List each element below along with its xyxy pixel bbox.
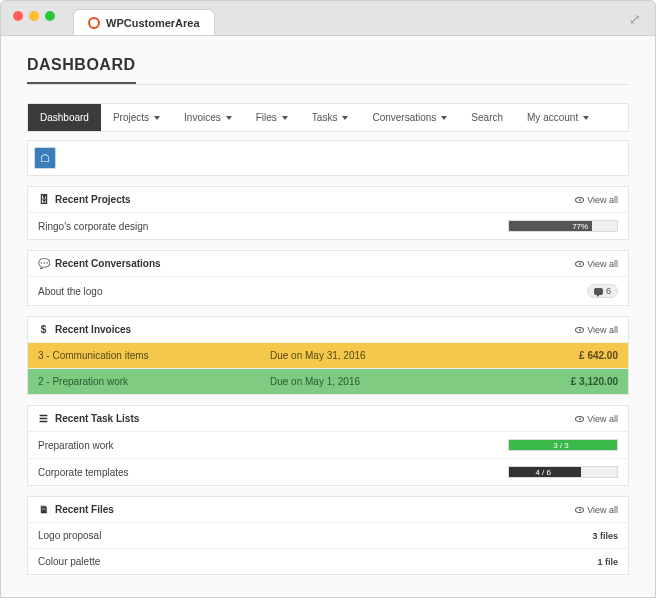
speech-icon xyxy=(594,288,603,295)
eye-icon xyxy=(575,261,584,267)
eye-icon xyxy=(575,416,584,422)
section-title: Recent Task Lists xyxy=(55,413,139,424)
page-title: DASHBOARD xyxy=(27,56,136,84)
maximize-dot-icon[interactable] xyxy=(45,11,55,21)
section-title: Recent Projects xyxy=(55,194,131,205)
message-count-badge: 6 xyxy=(587,284,618,298)
page-body: DASHBOARD Dashboard Projects Invoices Fi… xyxy=(0,36,656,598)
invoice-row[interactable]: 2 - Preparation work Due on May 1, 2016 … xyxy=(28,369,628,394)
section-title: Recent Conversations xyxy=(55,258,161,269)
tasklist-progress: 3 / 3 xyxy=(508,439,618,451)
file-count: 1 file xyxy=(597,557,618,567)
nav-my-account[interactable]: My account xyxy=(515,104,601,131)
browser-chrome: WPCustomerArea ⤢ xyxy=(0,0,656,36)
tasklist-label: Corporate templates xyxy=(38,467,508,478)
conversation-row[interactable]: About the logo 6 xyxy=(28,277,628,305)
chevron-down-icon xyxy=(583,116,589,120)
chevron-down-icon xyxy=(342,116,348,120)
file-icon: 🗎 xyxy=(38,504,49,515)
file-row[interactable]: Logo proposal 3 files xyxy=(28,523,628,549)
invoice-label: 3 - Communication items xyxy=(38,350,270,361)
close-dot-icon[interactable] xyxy=(13,11,23,21)
minimize-dot-icon[interactable] xyxy=(29,11,39,21)
invoice-amount: £ 642.00 xyxy=(473,350,618,361)
project-progress: 77% xyxy=(508,220,618,232)
view-all-conversations[interactable]: View all xyxy=(575,259,618,269)
browser-tab[interactable]: WPCustomerArea xyxy=(73,9,215,35)
tasklist-label: Preparation work xyxy=(38,440,508,451)
invoice-row[interactable]: 3 - Communication items Due on May 31, 2… xyxy=(28,343,628,369)
briefcase-icon: 🗄 xyxy=(38,194,49,205)
tab-title: WPCustomerArea xyxy=(106,17,200,29)
chevron-down-icon xyxy=(282,116,288,120)
dollar-icon: $ xyxy=(38,324,49,335)
section-title: Recent Files xyxy=(55,504,114,515)
tasklist-row[interactable]: Preparation work 3 / 3 xyxy=(28,432,628,459)
panel-recent-invoices: $ Recent Invoices View all 3 - Communica… xyxy=(27,316,629,395)
panel-recent-tasklists: ☰ Recent Task Lists View all Preparation… xyxy=(27,405,629,486)
view-all-invoices[interactable]: View all xyxy=(575,325,618,335)
list-icon: ☰ xyxy=(38,413,49,424)
eye-icon xyxy=(575,327,584,333)
panel-recent-conversations: 💬 Recent Conversations View all About th… xyxy=(27,250,629,306)
invoice-amount: £ 3,120.00 xyxy=(473,376,618,387)
nav-dashboard[interactable]: Dashboard xyxy=(28,104,101,131)
chevron-down-icon xyxy=(154,116,160,120)
file-label: Colour palette xyxy=(38,556,597,567)
nav-search[interactable]: Search xyxy=(459,104,515,131)
nav-tasks[interactable]: Tasks xyxy=(300,104,361,131)
nav-files[interactable]: Files xyxy=(244,104,300,131)
expand-icon[interactable]: ⤢ xyxy=(629,11,641,27)
file-row[interactable]: Colour palette 1 file xyxy=(28,549,628,574)
view-all-files[interactable]: View all xyxy=(575,505,618,515)
invoice-due: Due on May 31, 2016 xyxy=(270,350,473,361)
chat-icon: 💬 xyxy=(38,258,49,269)
panel-recent-files: 🗎 Recent Files View all Logo proposal 3 … xyxy=(27,496,629,575)
tasklist-progress: 4 / 6 xyxy=(508,466,618,478)
section-title: Recent Invoices xyxy=(55,324,131,335)
file-label: Logo proposal xyxy=(38,530,592,541)
view-all-projects[interactable]: View all xyxy=(575,195,618,205)
nav-invoices[interactable]: Invoices xyxy=(172,104,244,131)
invoice-label: 2 - Preparation work xyxy=(38,376,270,387)
view-all-tasklists[interactable]: View all xyxy=(575,414,618,424)
chevron-down-icon xyxy=(441,116,447,120)
panel-recent-projects: 🗄 Recent Projects View all Ringo's corpo… xyxy=(27,186,629,240)
eye-icon xyxy=(575,507,584,513)
project-label: Ringo's corporate design xyxy=(38,221,508,232)
chevron-down-icon xyxy=(226,116,232,120)
toolbar: ☖ xyxy=(27,140,629,176)
main-nav: Dashboard Projects Invoices Files Tasks … xyxy=(27,103,629,132)
file-count: 3 files xyxy=(592,531,618,541)
invoice-due: Due on May 1, 2016 xyxy=(270,376,473,387)
nav-projects[interactable]: Projects xyxy=(101,104,172,131)
user-card-icon[interactable]: ☖ xyxy=(34,147,56,169)
window-controls xyxy=(13,11,55,21)
tasklist-row[interactable]: Corporate templates 4 / 6 xyxy=(28,459,628,485)
eye-icon xyxy=(575,197,584,203)
conversation-label: About the logo xyxy=(38,286,587,297)
nav-conversations[interactable]: Conversations xyxy=(360,104,459,131)
app-logo-icon xyxy=(88,17,100,29)
project-row[interactable]: Ringo's corporate design 77% xyxy=(28,213,628,239)
